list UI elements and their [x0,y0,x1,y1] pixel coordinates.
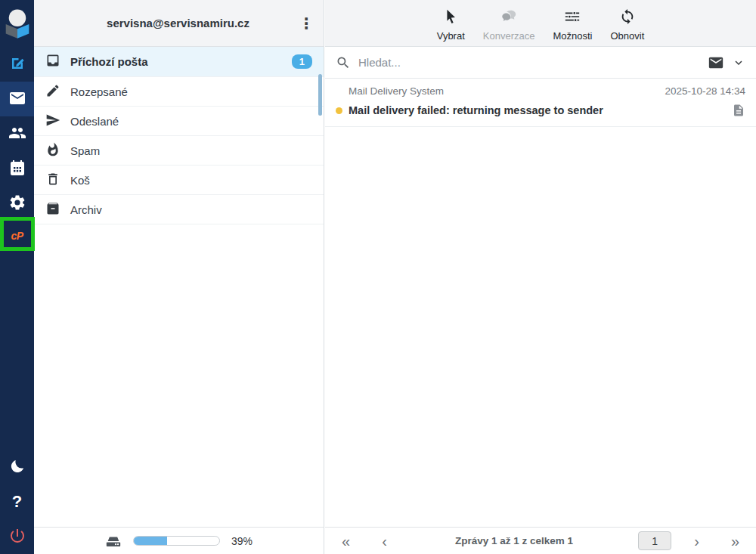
conversations-button[interactable]: Konverzace [483,8,535,42]
quota-fill [134,537,167,545]
search-options-toggle[interactable] [732,56,745,70]
help-icon: ? [12,492,22,512]
sliders-icon [564,8,581,27]
logout-button[interactable] [0,519,34,554]
settings-gear-icon [8,193,26,214]
folder-item-inbox[interactable]: Příchozí pošta 1 [34,47,324,77]
message-list: Mail Delivery System 2025-10-28 14:34 Ma… [325,79,756,527]
inbox-tray-icon [45,53,60,70]
refresh-icon [619,8,636,27]
hard-drive-icon [105,533,122,549]
message-meta: Mail Delivery System 2025-10-28 14:34 [336,85,745,97]
dark-mode-moon-icon [9,458,26,477]
folder-label: Spam [70,144,312,157]
pencil-icon [45,83,60,101]
rail-item-calendar[interactable] [0,151,34,186]
options-button[interactable]: Možnosti [553,8,592,42]
document-icon [732,104,745,117]
message-subject: Mail delivery failed: returning message … [349,104,726,116]
folder-scrollbar-thumb[interactable] [318,74,322,116]
folder-label: Rozepsané [70,85,312,98]
folder-item-trash[interactable]: Koš [34,166,324,195]
cursor-icon [442,8,459,27]
rail-item-settings[interactable] [0,186,34,221]
trash-icon [45,172,60,189]
account-header: servisna@servisnamiru.cz ⋮ [34,0,324,47]
app-logo[interactable] [0,0,34,47]
message-panel: Vybrat Konverzace [325,0,756,554]
prev-page-button[interactable]: ‹ [379,534,390,549]
select-label: Vybrat [437,30,465,42]
quota-progressbar[interactable] [133,536,220,546]
folder-item-drafts[interactable]: Rozepsané [34,77,324,107]
kebab-menu-icon: ⋮ [299,15,314,32]
calendar-icon [8,159,26,179]
envelope-icon [708,54,724,71]
compose-button[interactable] [0,47,34,82]
folder-item-spam[interactable]: Spam [34,136,324,166]
folder-panel: servisna@servisnamiru.cz ⋮ Příchozí pošt… [34,0,324,554]
folder-label: Archiv [70,203,312,216]
rail-item-cpanel[interactable]: cP [0,221,34,251]
help-button[interactable]: ? [0,484,34,519]
message-date: 2025-10-28 14:34 [665,85,745,97]
next-page-button[interactable]: › [691,534,702,549]
logo-icon [4,8,31,39]
archive-box-icon [45,201,60,218]
rail-item-contacts[interactable] [0,116,34,151]
page-input[interactable] [638,531,671,550]
conversations-label: Konverzace [483,30,535,42]
search-input[interactable] [358,56,700,69]
options-label: Možnosti [553,30,592,42]
refresh-label: Obnovit [610,30,644,42]
cpanel-icon: cP [11,230,23,242]
account-email: servisna@servisnamiru.cz [42,17,296,29]
folder-label: Koš [70,174,312,187]
folder-label: Příchozí pošta [70,55,282,68]
chat-bubbles-icon [500,8,517,27]
refresh-button[interactable]: Obnovit [610,8,644,42]
unread-dot-icon [336,107,342,114]
folder-menu-button[interactable]: ⋮ [296,16,316,31]
select-button[interactable]: Vybrat [437,8,465,42]
chevron-down-icon [732,56,745,70]
mail-icon [8,89,26,110]
last-page-button[interactable]: » [728,534,742,549]
contacts-icon [8,124,26,144]
folder-list: Příchozí pošta 1 Rozepsané Odeslané [34,47,324,527]
message-subject-line: Mail delivery failed: returning message … [336,104,745,117]
app-rail: cP ? [0,0,34,554]
quota-percent-label: 39% [231,535,253,547]
dark-mode-button[interactable] [0,450,34,484]
paper-plane-icon [45,113,60,130]
pagination-summary: Zprávy 1 až 1 z celkem 1 [390,535,638,546]
search-scope-button[interactable] [708,54,724,71]
rail-item-mail[interactable] [0,82,34,116]
compose-icon [8,54,26,75]
webmail-app: cP ? servisna@servisnamiru.cz [0,0,756,554]
flame-icon [45,142,60,159]
rail-spacer [0,251,34,450]
pagination-bar: « ‹ Zprávy 1 až 1 z celkem 1 › » [325,527,756,554]
message-from: Mail Delivery System [349,85,444,97]
quota-footer: 39% [34,527,324,554]
message-row[interactable]: Mail Delivery System 2025-10-28 14:34 Ma… [325,79,756,127]
first-page-button[interactable]: « [339,534,353,549]
folder-item-archive[interactable]: Archiv [34,195,324,224]
search-bar [325,47,756,79]
message-toolbar: Vybrat Konverzace [325,0,756,47]
magnifier-icon [336,55,351,70]
folder-item-sent[interactable]: Odeslané [34,107,324,136]
folder-label: Odeslané [70,115,312,128]
logout-power-icon [8,527,26,547]
unread-badge: 1 [292,54,312,69]
